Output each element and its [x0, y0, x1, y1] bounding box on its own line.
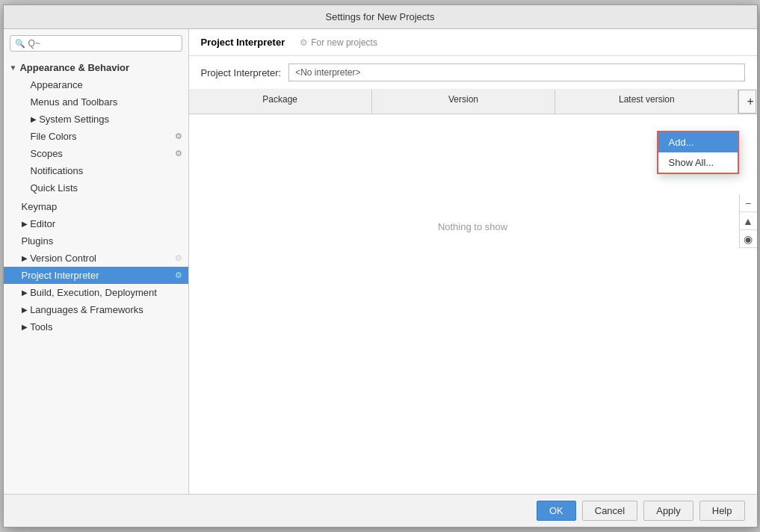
table-header: Package Version Latest version +: [189, 90, 757, 114]
sidebar-item-label: Build, Execution, Deployment: [30, 287, 157, 298]
sidebar-item-keymap[interactable]: Keymap: [4, 198, 188, 215]
sidebar-item-editor[interactable]: ▶ Editor: [4, 215, 188, 232]
dialog-title: Settings for New Projects: [326, 11, 435, 22]
sidebar-group-appearance-behavior[interactable]: ▼ Appearance & Behavior: [4, 59, 188, 76]
sidebar-item-label: Keymap: [22, 201, 58, 212]
sidebar-item-version-control[interactable]: ▶ Version Control ⚙: [4, 250, 188, 267]
sidebar: 🔍 ▼ Appearance & Behavior Appearance Men…: [4, 29, 189, 494]
interpreter-select[interactable]: <No interpreter>: [288, 64, 744, 81]
sidebar-item-label: Menus and Toolbars: [31, 96, 118, 108]
sidebar-item-notifications[interactable]: Notifications: [4, 162, 188, 179]
gear-icon: ⚙: [175, 253, 182, 263]
expand-icon: ▼: [10, 64, 17, 72]
expand-icon: ▶: [22, 306, 28, 314]
dialog-body: 🔍 ▼ Appearance & Behavior Appearance Men…: [4, 29, 757, 494]
search-box[interactable]: 🔍: [10, 35, 182, 52]
column-latest-version: Latest version: [555, 90, 738, 114]
gear-icon: ⚙: [175, 270, 182, 280]
sidebar-item-plugins[interactable]: Plugins: [4, 232, 188, 250]
sidebar-item-file-colors[interactable]: File Colors ⚙: [4, 128, 188, 145]
sidebar-item-label: Version Control: [30, 253, 96, 264]
dropdown-item-add[interactable]: Add...: [658, 132, 738, 152]
sidebar-item-label: System Settings: [39, 114, 109, 125]
sidebar-item-label: Tools: [30, 321, 52, 332]
help-button[interactable]: Help: [699, 501, 745, 521]
main-content: Project Interpreter For new projects Pro…: [189, 29, 757, 494]
sidebar-item-tools[interactable]: ▶ Tools: [4, 318, 188, 335]
sidebar-item-scopes[interactable]: Scopes ⚙: [4, 145, 188, 162]
ok-button[interactable]: OK: [537, 501, 576, 521]
expand-icon: ▶: [22, 254, 28, 262]
sidebar-item-system-settings[interactable]: ▶ System Settings: [4, 111, 188, 128]
empty-message: Nothing to show: [438, 221, 507, 232]
sidebar-item-languages-frameworks[interactable]: ▶ Languages & Frameworks: [4, 301, 188, 318]
sidebar-item-label: File Colors: [31, 131, 77, 142]
sidebar-item-label: Quick Lists: [31, 182, 78, 194]
expand-icon: ▶: [22, 323, 28, 331]
column-package: Package: [189, 90, 372, 114]
main-header: Project Interpreter For new projects: [189, 29, 757, 56]
interpreter-row: Project Interpreter: <No interpreter>: [189, 56, 757, 90]
gear-icon: ⚙: [175, 132, 182, 141]
dialog-footer: OK Cancel Apply Help: [4, 494, 757, 527]
title-bar: Settings for New Projects: [4, 5, 757, 29]
dropdown-menu: Add... Show All...: [657, 131, 739, 174]
sidebar-item-label: Editor: [30, 218, 55, 229]
expand-icon: ▶: [22, 288, 28, 297]
sidebar-item-label: Notifications: [31, 165, 84, 176]
main-header-title: Project Interpreter: [201, 37, 285, 48]
table-container: Package Version Latest version + Nothing…: [189, 90, 757, 494]
interpreter-label: Project Interpreter:: [201, 67, 282, 78]
sidebar-item-menus-toolbars[interactable]: Menus and Toolbars: [4, 93, 188, 111]
sidebar-group-label: Appearance & Behavior: [19, 62, 129, 73]
expand-icon: ▶: [22, 220, 28, 228]
search-icon: 🔍: [15, 39, 25, 49]
scroll-up-button[interactable]: ▲: [739, 212, 757, 230]
sidebar-item-quick-lists[interactable]: Quick Lists: [4, 179, 188, 197]
expand-icon: ▶: [31, 115, 37, 123]
sidebar-item-project-interpreter[interactable]: Project Interpreter ⚙: [4, 267, 188, 284]
remove-button[interactable]: −: [739, 194, 757, 212]
sidebar-section-appearance-behavior: ▼ Appearance & Behavior Appearance Menus…: [4, 58, 188, 198]
sidebar-item-appearance[interactable]: Appearance: [4, 76, 188, 93]
dropdown-item-show-all[interactable]: Show All...: [658, 152, 738, 173]
sidebar-item-label: Scopes: [31, 148, 63, 159]
sidebar-item-label: Languages & Frameworks: [30, 304, 143, 315]
sidebar-item-label: Plugins: [22, 235, 54, 247]
sidebar-item-label: Project Interpreter: [22, 270, 99, 281]
sidebar-item-build-execution[interactable]: ▶ Build, Execution, Deployment: [4, 284, 188, 301]
column-version: Version: [372, 90, 555, 114]
sidebar-item-label: Appearance: [31, 79, 83, 90]
apply-button[interactable]: Apply: [643, 501, 693, 521]
main-header-badge: For new projects: [300, 37, 377, 48]
eye-button[interactable]: ◉: [739, 230, 757, 248]
column-add[interactable]: +: [738, 90, 756, 114]
cancel-button[interactable]: Cancel: [582, 501, 637, 521]
settings-dialog: Settings for New Projects 🔍 ▼ Appearance…: [3, 4, 758, 528]
gear-icon: ⚙: [175, 149, 182, 158]
table-action-buttons: − ▲ ◉: [739, 194, 757, 248]
search-input[interactable]: [28, 38, 177, 49]
